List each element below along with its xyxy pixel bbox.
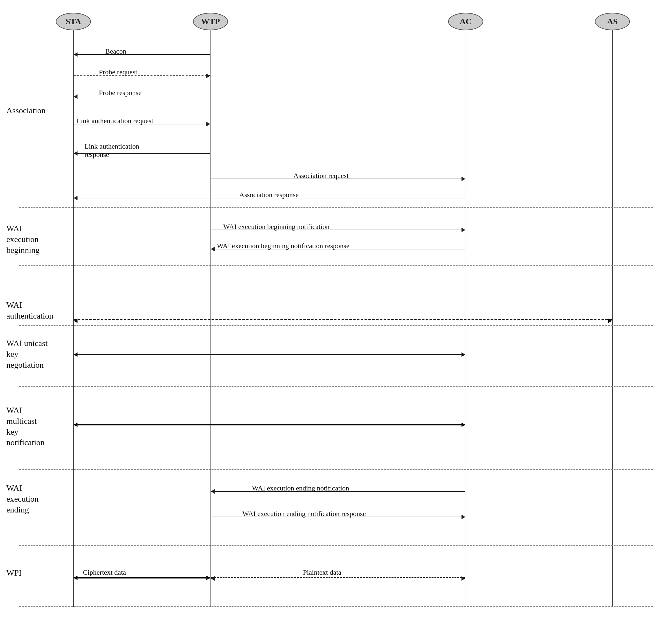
- sequence-diagram: STA WTP AC AS Association WAIexecutionbe…: [0, 0, 672, 626]
- assoc-resp-label: Association response: [239, 191, 298, 199]
- separator-7: [19, 606, 653, 607]
- wai-begin-notif-resp-label: WAI execution beginning notification res…: [217, 242, 349, 250]
- section-wai-beginning: WAIexecutionbeginning: [6, 223, 40, 256]
- wai-end-notif-resp-label: WAI execution ending notification respon…: [242, 510, 366, 518]
- separator-2: [19, 265, 653, 266]
- probe-response-label: Probe response: [99, 89, 142, 97]
- plaintext-arrow: [211, 577, 465, 578]
- wtp-label: WTP: [193, 13, 228, 30]
- separator-1: [19, 207, 653, 208]
- vline-wtp: [211, 30, 211, 607]
- link-auth-resp-label: Link authenticationresponse: [85, 142, 139, 159]
- sta-label: STA: [56, 13, 91, 30]
- wai-multicast-arrow: [74, 424, 465, 426]
- section-wai-ending: WAIexecutionending: [6, 483, 39, 515]
- node-sta: STA: [56, 13, 91, 30]
- wai-begin-notif-label: WAI execution beginning notification: [223, 223, 330, 231]
- vline-ac: [466, 30, 466, 607]
- section-wai-multicast: WAImulticastkeynotification: [6, 405, 45, 448]
- separator-4: [19, 386, 653, 387]
- plaintext-label: Plaintext data: [303, 568, 341, 577]
- ciphertext-arrow: [74, 577, 210, 578]
- probe-response-arrow: [74, 96, 210, 96]
- wai-end-notif-label: WAI execution ending notification: [252, 484, 349, 492]
- separator-3: [19, 325, 653, 326]
- separator-6: [19, 545, 653, 546]
- section-wpi: WPI: [6, 568, 22, 578]
- section-wai-auth: WAIauthentication: [6, 300, 53, 321]
- ciphertext-label: Ciphertext data: [83, 568, 126, 577]
- wai-auth-arrow: [74, 319, 612, 320]
- probe-request-label: Probe request: [99, 68, 137, 76]
- wai-unicast-arrow: [74, 354, 465, 355]
- section-association: Association: [6, 105, 46, 116]
- vline-as: [613, 30, 613, 607]
- section-wai-unicast: WAI unicastkeynegotiation: [6, 338, 48, 370]
- beacon-label: Beacon: [105, 47, 126, 55]
- node-wtp: WTP: [193, 13, 228, 30]
- as-label: AS: [595, 13, 630, 30]
- probe-request-arrow: [74, 75, 210, 76]
- separator-5: [19, 469, 653, 470]
- link-auth-req-label: Link authentication request: [76, 117, 153, 125]
- assoc-req-label: Association request: [293, 172, 349, 180]
- node-ac: AC: [448, 13, 483, 30]
- beacon-arrow: [74, 54, 210, 55]
- ac-label: AC: [448, 13, 483, 30]
- node-as: AS: [595, 13, 630, 30]
